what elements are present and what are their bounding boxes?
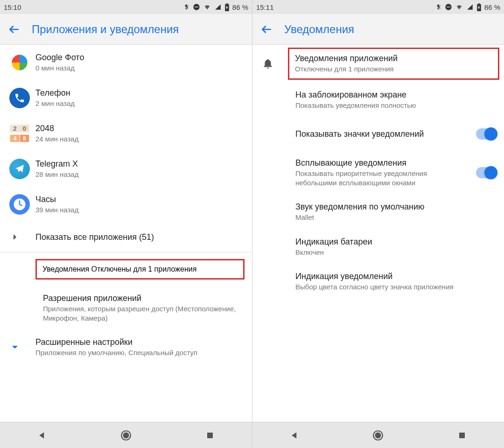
nav-recent-button[interactable]: [455, 428, 469, 442]
google-photos-icon: [9, 52, 30, 73]
nav-back-button[interactable]: [287, 428, 301, 442]
app-name: 2048: [35, 124, 245, 133]
svg-rect-3: [226, 3, 228, 4]
item-title: На заблокированном экране: [295, 90, 489, 100]
badges-row[interactable]: Показывать значки уведомлений: [252, 117, 504, 151]
nav-bar: [252, 422, 504, 448]
nav-bar: [0, 422, 252, 448]
dnd-icon: [193, 3, 200, 11]
phone-left: 15:10 86 %: [0, 0, 252, 448]
item-title: Индикация батареи: [295, 237, 489, 247]
game-2048-icon: 2 0 4 8: [9, 123, 30, 144]
phone-right: 15:11 86 %: [252, 0, 504, 448]
app-name: Телефон: [35, 88, 245, 98]
popup-toggle[interactable]: [476, 167, 497, 178]
nav-back-button[interactable]: [35, 428, 49, 442]
status-time: 15:10: [4, 3, 21, 11]
app-row-2048[interactable]: 2 0 4 8 2048 24 мин назад: [0, 116, 252, 151]
item-title: Показывать значки уведомлений: [295, 129, 465, 139]
svg-rect-11: [478, 3, 480, 4]
back-button[interactable]: [7, 23, 21, 36]
item-sub: Выбор цвета согласно цвету значка прилож…: [295, 282, 489, 292]
advanced-section[interactable]: Расширенные настройки Приложения по умол…: [0, 330, 252, 365]
app-name: Telegram X: [35, 159, 245, 169]
item-sub: Отключены для 1 приложения: [295, 64, 492, 74]
app-sub: 2 мин назад: [35, 99, 245, 108]
svg-point-13: [376, 433, 381, 438]
bell-icon: [262, 57, 274, 70]
section-title: Разрешения приложений: [43, 294, 237, 303]
signal-icon: [214, 4, 222, 10]
battery-pct: 86 %: [484, 3, 500, 11]
sound-row[interactable]: Звук уведомления по умолчанию Mallet: [252, 195, 504, 230]
app-sub: 24 мин назад: [35, 134, 245, 144]
show-all-label: Показать все приложения (51): [35, 232, 245, 242]
chevron-right-icon: [9, 231, 21, 243]
notif-indicator-row[interactable]: Индикация уведомлений Выбор цвета соглас…: [252, 264, 504, 299]
app-row-google-photos[interactable]: Google Фото 0 мин назад: [0, 45, 252, 80]
item-sub: Показывать приоритетные уведомления небо…: [295, 169, 465, 187]
show-all-apps[interactable]: Показать все приложения (51): [0, 222, 252, 252]
section-title: Уведомления: [42, 265, 89, 273]
lockscreen-row[interactable]: На заблокированном экране Показывать уве…: [252, 83, 504, 118]
section-title: Расширенные настройки: [35, 337, 245, 347]
header: Уведомления: [252, 14, 504, 45]
status-time: 15:11: [256, 3, 274, 11]
page-title: Приложения и уведомления: [32, 23, 179, 36]
status-icons: 86 %: [183, 3, 248, 11]
telegram-icon: [9, 159, 30, 179]
app-notifications-row[interactable]: Уведомления приложений Отключены для 1 п…: [252, 45, 504, 83]
status-icons: 86 %: [435, 3, 500, 11]
battery-icon: [224, 3, 230, 11]
battery-pct: 86 %: [232, 3, 248, 11]
phone-icon: [9, 88, 30, 108]
svg-rect-1: [195, 7, 198, 7]
bluetooth-icon: [435, 3, 442, 11]
dnd-icon: [445, 3, 452, 11]
svg-rect-9: [447, 7, 450, 7]
nav-home-button[interactable]: [371, 428, 385, 442]
app-row-telegram[interactable]: Telegram X 28 мин назад: [0, 151, 252, 187]
header: Приложения и уведомления: [0, 14, 252, 45]
svg-point-6: [124, 433, 129, 438]
item-sub: Показывать уведомления полностью: [295, 101, 489, 110]
app-name: Часы: [35, 195, 245, 204]
wifi-icon: [203, 4, 211, 10]
app-row-phone[interactable]: Телефон 2 мин назад: [0, 80, 252, 116]
item-sub: Mallet: [295, 213, 489, 222]
status-bar: 15:11 86 %: [252, 0, 504, 14]
signal-icon: [466, 4, 474, 10]
content: Уведомления приложений Отключены для 1 п…: [252, 45, 504, 422]
item-title: Индикация уведомлений: [295, 272, 489, 281]
svg-rect-7: [207, 433, 213, 438]
chevron-down-icon: [9, 342, 21, 353]
back-button[interactable]: [260, 23, 273, 36]
battery-indicator-row[interactable]: Индикация батареи Включен: [252, 230, 504, 265]
content: Google Фото 0 мин назад Телефон 2 мин на…: [0, 45, 252, 422]
page-title: Уведомления: [284, 23, 354, 36]
app-name: Google Фото: [35, 53, 245, 63]
popup-row[interactable]: Всплывающие уведомления Показывать приор…: [252, 151, 504, 195]
notifications-section[interactable]: Уведомления Отключены для 1 приложения: [35, 259, 245, 280]
badges-toggle[interactable]: [476, 128, 497, 140]
item-sub: Включен: [295, 248, 489, 257]
item-title: Всплывающие уведомления: [295, 158, 465, 168]
clock-icon: [9, 194, 30, 215]
permissions-section[interactable]: Разрешения приложений Приложения, которы…: [0, 286, 252, 330]
section-sub: Приложения, которым разрешен доступ (Мес…: [43, 304, 237, 322]
item-title: Звук уведомления по умолчанию: [295, 202, 489, 212]
section-sub: Приложения по умолчанию, Специальный дос…: [35, 348, 245, 357]
svg-rect-14: [459, 433, 465, 438]
app-sub: 28 мин назад: [35, 170, 245, 179]
nav-recent-button[interactable]: [203, 428, 217, 442]
item-title: Уведомления приложений: [295, 54, 492, 63]
wifi-icon: [455, 4, 463, 10]
bluetooth-icon: [183, 3, 190, 11]
nav-home-button[interactable]: [119, 428, 133, 442]
battery-icon: [476, 3, 482, 11]
app-sub: 0 мин назад: [35, 63, 245, 73]
app-sub: 39 мин назад: [35, 205, 245, 215]
section-sub: Отключены для 1 приложения: [91, 265, 197, 273]
app-row-clock[interactable]: Часы 39 мин назад: [0, 187, 252, 222]
status-bar: 15:10 86 %: [0, 0, 252, 14]
